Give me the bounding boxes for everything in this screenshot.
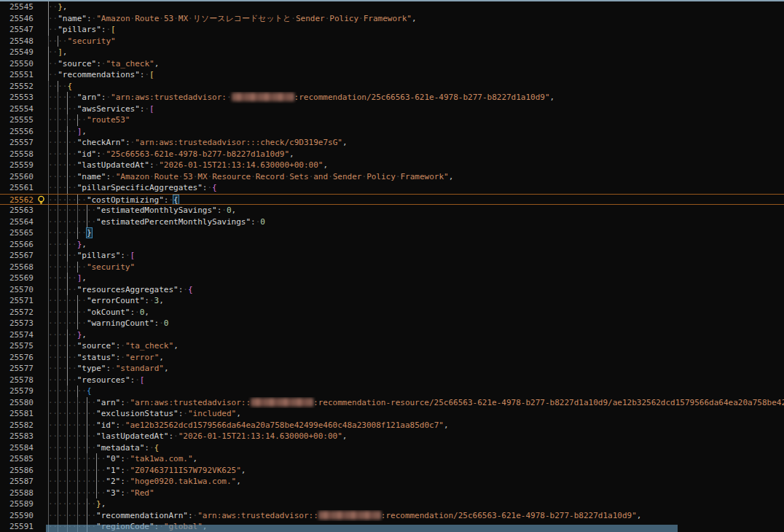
code-line[interactable]: 25581··········"exclusionStatus":·"inclu… <box>0 408 784 420</box>
line-number[interactable]: 25560 <box>0 171 34 183</box>
code-line[interactable]: 25548····"security" <box>0 36 784 47</box>
line-number[interactable]: 25565 <box>0 227 34 239</box>
code-line[interactable]: 25565········} <box>0 227 784 239</box>
line-number[interactable]: 25579 <box>0 386 34 397</box>
code-line[interactable]: 25567······"pillars":·[ <box>0 250 784 262</box>
code-line[interactable]: 25552····{ <box>0 81 784 93</box>
code-line[interactable]: 25554······"awsServices":·[ <box>0 103 784 115</box>
code-line[interactable]: 25547··"pillars":·[ <box>0 24 784 36</box>
code-line[interactable]: 25586············"1":·"Z07463711IS7W792V… <box>0 465 784 477</box>
code-line[interactable]: 25550··"source":·"ta_check", <box>0 58 784 70</box>
code-line[interactable]: 25579········{ <box>0 386 784 397</box>
line-number[interactable]: 25548 <box>0 36 34 47</box>
code-line[interactable]: 25584··········"metadata":·{ <box>0 442 784 454</box>
code-line[interactable]: 25576······"status":·"error", <box>0 352 784 364</box>
line-number[interactable]: 25581 <box>0 408 34 420</box>
code-line[interactable]: 25571········"errorCount":·3, <box>0 295 784 307</box>
line-number[interactable]: 25580 <box>0 397 34 409</box>
code-line[interactable]: 25580··········"arn":·"arn:aws:trustedad… <box>0 397 784 409</box>
code-line[interactable]: 25588············"3":·"Red" <box>0 488 784 499</box>
code-line[interactable]: 25574······}, <box>0 329 784 341</box>
line-number[interactable]: 25584 <box>0 442 34 454</box>
line-number[interactable]: 25573 <box>0 318 34 329</box>
code-line[interactable]: 25553······"arn":·"arn:aws:trustedadviso… <box>0 92 784 103</box>
code-line[interactable]: 25582··········"id":·"ae12b32562dcd15795… <box>0 420 784 431</box>
code-lines-container[interactable]: 25545··},25546··"name":·"Amazon·Route·53… <box>0 1 784 532</box>
indent-guide: · <box>58 498 63 510</box>
line-number[interactable]: 25557 <box>0 137 34 149</box>
line-number[interactable]: 25583 <box>0 431 34 442</box>
line-number[interactable]: 25558 <box>0 149 34 160</box>
line-number[interactable]: 25564 <box>0 216 34 228</box>
line-number[interactable]: 25546 <box>0 13 34 25</box>
line-number[interactable]: 25555 <box>0 114 34 126</box>
line-number[interactable]: 25566 <box>0 239 34 251</box>
line-number[interactable]: 25591 <box>0 521 34 532</box>
code-line[interactable]: 25577······"type":·"standard", <box>0 363 784 375</box>
line-number[interactable]: 25571 <box>0 295 34 307</box>
line-number[interactable]: 25551 <box>0 69 34 81</box>
line-number[interactable]: 25547 <box>0 24 34 36</box>
horizontal-scrollbar[interactable] <box>46 525 678 532</box>
line-number[interactable]: 25552 <box>0 81 34 93</box>
line-number[interactable]: 25570 <box>0 284 34 296</box>
code-line[interactable]: 25549··], <box>0 47 784 58</box>
line-number[interactable]: 25577 <box>0 363 34 375</box>
code-line[interactable]: 25578······"resources":·[ <box>0 375 784 386</box>
token: "pillars" <box>58 25 101 34</box>
code-line[interactable]: 25560······"name":·"Amazon·Route·53·MX·R… <box>0 171 784 183</box>
code-line[interactable]: 25556······], <box>0 126 784 138</box>
line-number[interactable]: 25553 <box>0 92 34 103</box>
line-number[interactable]: 25574 <box>0 329 34 341</box>
code-line[interactable]: 25564··········"estimatedPercentMonthlyS… <box>0 216 784 228</box>
line-number[interactable]: 25575 <box>0 340 34 352</box>
code-line[interactable]: 25563··········"estimatedMonthlySavings"… <box>0 205 784 216</box>
code-line[interactable]: 25572········"okCount":·0, <box>0 307 784 318</box>
code-line[interactable]: 25587············"2":·"hoge0920.tak1wa.c… <box>0 476 784 488</box>
line-number[interactable]: 25585 <box>0 453 34 465</box>
token: :· <box>125 138 135 147</box>
code-line[interactable]: 25557······"checkArn":·"arn:aws:trusteda… <box>0 137 784 149</box>
code-line[interactable]: 25566······}, <box>0 239 784 251</box>
code-line[interactable]: 25559······"lastUpdatedAt":·"2026-01-15T… <box>0 160 784 171</box>
line-number[interactable]: 25587 <box>0 476 34 488</box>
line-number[interactable]: 25561 <box>0 182 34 194</box>
code-line[interactable]: 25558······"id":·"25c66563-621e-4978-b27… <box>0 149 784 160</box>
code-line[interactable]: 25562········"costOptimizing":·{ <box>0 194 784 206</box>
line-number[interactable]: 25578 <box>0 375 34 386</box>
code-line[interactable]: 25583··········"lastUpdatedAt":·"2026-01… <box>0 431 784 442</box>
lightbulb-icon[interactable] <box>36 195 46 205</box>
line-number[interactable]: 25572 <box>0 307 34 318</box>
line-number[interactable]: 25550 <box>0 58 34 70</box>
line-number[interactable]: 25549 <box>0 47 34 58</box>
code-line[interactable]: 25555········"route53" <box>0 114 784 126</box>
code-line[interactable]: 25589··········}, <box>0 498 784 510</box>
line-number[interactable]: 25567 <box>0 250 34 262</box>
code-line[interactable]: 25570······"resourcesAggregates":·{ <box>0 284 784 296</box>
line-number[interactable]: 25590 <box>0 510 34 522</box>
code-line[interactable]: 25575······"source":·"ta_check", <box>0 340 784 352</box>
line-number[interactable]: 25582 <box>0 420 34 431</box>
line-number[interactable]: 25576 <box>0 352 34 364</box>
line-number[interactable]: 25563 <box>0 205 34 216</box>
line-number[interactable]: 25554 <box>0 103 34 115</box>
line-number[interactable]: 25562 <box>0 195 34 205</box>
line-number[interactable]: 25545 <box>0 1 34 13</box>
code-line[interactable]: 25545··}, <box>0 1 784 13</box>
code-line[interactable]: 25590··········"recommendationArn":·"arn… <box>0 510 784 522</box>
code-line[interactable]: 25585············"0":·"tak1wa.com.", <box>0 453 784 465</box>
line-number[interactable]: 25588 <box>0 488 34 499</box>
line-number[interactable]: 25559 <box>0 160 34 171</box>
code-line[interactable]: 25569······], <box>0 273 784 284</box>
line-number[interactable]: 25568 <box>0 262 34 273</box>
code-line[interactable]: 25573········"warningCount":·0 <box>0 318 784 329</box>
line-number[interactable]: 25556 <box>0 126 34 138</box>
line-number[interactable]: 25569 <box>0 273 34 284</box>
line-number[interactable]: 25586 <box>0 465 34 477</box>
code-editor[interactable]: 25545··},25546··"name":·"Amazon·Route·53… <box>0 0 784 532</box>
code-line[interactable]: 25561······"pillarSpecificAggregates":·{ <box>0 182 784 194</box>
line-number[interactable]: 25589 <box>0 498 34 510</box>
code-line[interactable]: 25546··"name":·"Amazon·Route·53·MX·リソースレ… <box>0 13 784 25</box>
code-line[interactable]: 25568········"security" <box>0 262 784 273</box>
code-line[interactable]: 25551··"recommendations":·[ <box>0 69 784 81</box>
